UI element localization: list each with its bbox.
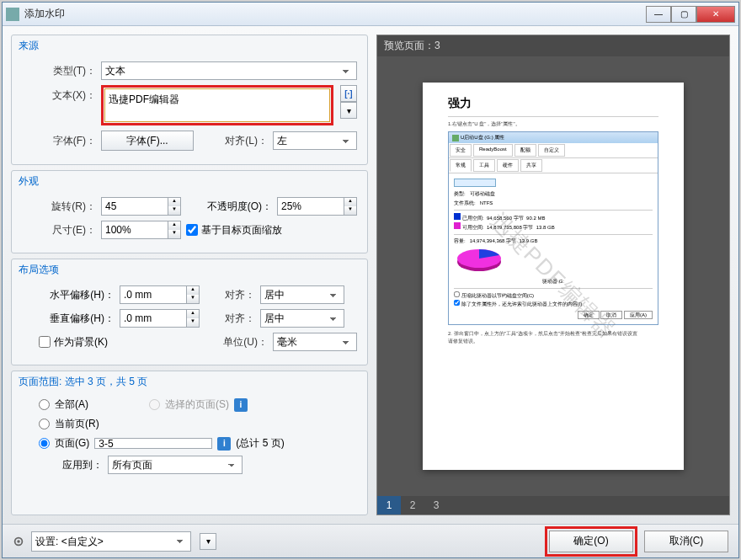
text-dropdown-button[interactable]: ▾ — [340, 102, 357, 119]
layout-group-title: 布局选项 — [12, 259, 367, 280]
voff-down[interactable]: ▼ — [187, 318, 199, 327]
radio-all-label: 全部(A) — [55, 397, 88, 412]
gear-icon — [13, 536, 24, 547]
radio-all[interactable] — [39, 399, 50, 410]
radio-current-label: 当前页(R) — [55, 417, 99, 431]
unit-label: 单位(U)： — [217, 335, 268, 349]
page-range-group: 页面范围: 选中 3 页，共 5 页 全部(A) 选择的页面(S) i 当前页(… — [11, 371, 368, 515]
unit-select[interactable]: 毫米 — [273, 333, 357, 351]
preview-header: 预览页面：3 — [377, 35, 729, 56]
source-group-title: 来源 — [12, 35, 367, 56]
page-tab-2[interactable]: 2 — [401, 496, 424, 515]
size-input[interactable] — [101, 221, 168, 239]
hoff-down[interactable]: ▼ — [187, 295, 199, 303]
opacity-down[interactable]: ▼ — [344, 206, 356, 215]
text-input-highlight: 迅捷PDF编辑器 — [101, 85, 333, 125]
text-label: 文本(X)： — [22, 85, 96, 103]
size-down[interactable]: ▼ — [168, 230, 180, 238]
font-button[interactable]: 字体(F)... — [101, 131, 194, 151]
opacity-label: 不透明度(O)： — [207, 200, 272, 214]
text-align-label: 对齐(L)： — [217, 134, 268, 148]
watermark-text-input[interactable]: 迅捷PDF编辑器 — [104, 88, 330, 122]
valign-label: 对齐： — [205, 312, 255, 326]
page-tab-3[interactable]: 3 — [424, 496, 448, 515]
appearance-group: 外观 旋转(R)： ▲▼ 不透明度(O)： ▲▼ — [11, 170, 368, 253]
opacity-up[interactable]: ▲ — [344, 198, 356, 206]
voffset-label: 垂直偏移(H)： — [22, 312, 115, 326]
svg-point-3 — [17, 540, 20, 543]
background-checkbox-wrap[interactable]: 作为背景(K) — [39, 335, 108, 349]
minimize-button[interactable]: — — [646, 6, 671, 23]
halign-select[interactable]: 居中 — [260, 285, 344, 304]
opacity-input[interactable] — [277, 197, 344, 216]
rotate-up[interactable]: ▲ — [168, 198, 180, 206]
titlebar: 添加水印 — ▢ ✕ — [3, 3, 738, 26]
hoff-up[interactable]: ▲ — [187, 286, 199, 295]
radio-pages[interactable] — [39, 438, 50, 449]
pages-total: (总计 5 页) — [236, 436, 284, 451]
app-icon — [6, 8, 19, 21]
scale-checkbox-label: 基于目标页面缩放 — [201, 223, 282, 237]
radio-selected — [149, 399, 160, 410]
close-button[interactable]: ✕ — [696, 6, 735, 23]
voff-up[interactable]: ▲ — [187, 310, 199, 318]
type-label: 类型(T)： — [22, 64, 96, 78]
settings-preset-select[interactable]: 设置: <自定义> — [31, 531, 191, 552]
halign-label: 对齐： — [205, 288, 255, 302]
doc-title: 强力 — [448, 96, 658, 111]
rotate-label: 旋转(R)： — [22, 200, 96, 214]
page-tab-1[interactable]: 1 — [377, 496, 401, 515]
radio-current[interactable] — [39, 419, 50, 429]
page-thumbnail: 强力 1.右键点击"U 盘"，选择"属性"。 U启动U盘 (G:) 属性 安全 … — [423, 83, 684, 470]
type-select[interactable]: 文本 — [101, 61, 357, 80]
background-checkbox-label: 作为背景(K) — [54, 335, 108, 349]
page-range-title: 页面范围: 选中 3 页，共 5 页 — [12, 371, 367, 392]
voffset-input[interactable] — [120, 309, 187, 328]
rotate-down[interactable]: ▼ — [168, 206, 180, 215]
font-label: 字体(F)： — [22, 134, 96, 148]
preview-panel: 预览页面：3 强力 1.右键点击"U 盘"，选择"属性"。 U启动U盘 (G:)… — [376, 35, 730, 515]
scale-checkbox-wrap[interactable]: 基于目标页面缩放 — [186, 223, 282, 237]
radio-selected-label: 选择的页面(S) — [165, 397, 229, 412]
radio-pages-label: 页面(G) — [55, 436, 89, 451]
dialog-footer: 设置: <自定义> ▾ 确定(O) 取消(C) — [3, 524, 738, 557]
text-align-select[interactable]: 左 — [273, 131, 357, 150]
source-group: 来源 类型(T)： 文本 文本(X)： 迅捷PDF编辑器 — [11, 35, 368, 165]
valign-select[interactable]: 居中 — [260, 309, 344, 328]
pie-chart-icon — [454, 248, 504, 274]
background-checkbox[interactable] — [39, 336, 51, 348]
ok-button[interactable]: 确定(O) — [549, 531, 633, 552]
pages-info-icon[interactable]: i — [217, 437, 231, 451]
macro-button[interactable]: [·] — [340, 85, 357, 102]
window-title: 添加水印 — [24, 7, 646, 21]
page-tabs: 1 2 3 — [377, 496, 729, 515]
apply-select[interactable]: 所有页面 — [108, 456, 243, 474]
appearance-group-title: 外观 — [12, 171, 367, 192]
size-label: 尺寸(E)： — [22, 223, 96, 237]
info-icon[interactable]: i — [234, 398, 248, 412]
scale-checkbox[interactable] — [186, 224, 198, 236]
hoffset-label: 水平偏移(H)： — [22, 288, 115, 302]
size-up[interactable]: ▲ — [168, 221, 180, 230]
preview-area: 强力 1.右键点击"U 盘"，选择"属性"。 U启动U盘 (G:) 属性 安全 … — [377, 56, 729, 496]
cancel-button[interactable]: 取消(C) — [644, 531, 728, 552]
pages-input[interactable] — [94, 438, 212, 449]
rotate-input[interactable] — [101, 197, 168, 216]
dialog-window: 添加水印 — ▢ ✕ 来源 类型(T)： 文本 文本(X)： — [2, 2, 739, 558]
maximize-button[interactable]: ▢ — [671, 6, 696, 23]
settings-dropdown-button[interactable]: ▾ — [200, 533, 216, 550]
layout-group: 布局选项 水平偏移(H)： ▲▼ 对齐： 居中 垂直偏移(H)： — [11, 259, 368, 365]
apply-label: 应用到： — [39, 458, 103, 472]
hoffset-input[interactable] — [120, 285, 187, 304]
ok-button-highlight: 确定(O) — [545, 526, 637, 557]
